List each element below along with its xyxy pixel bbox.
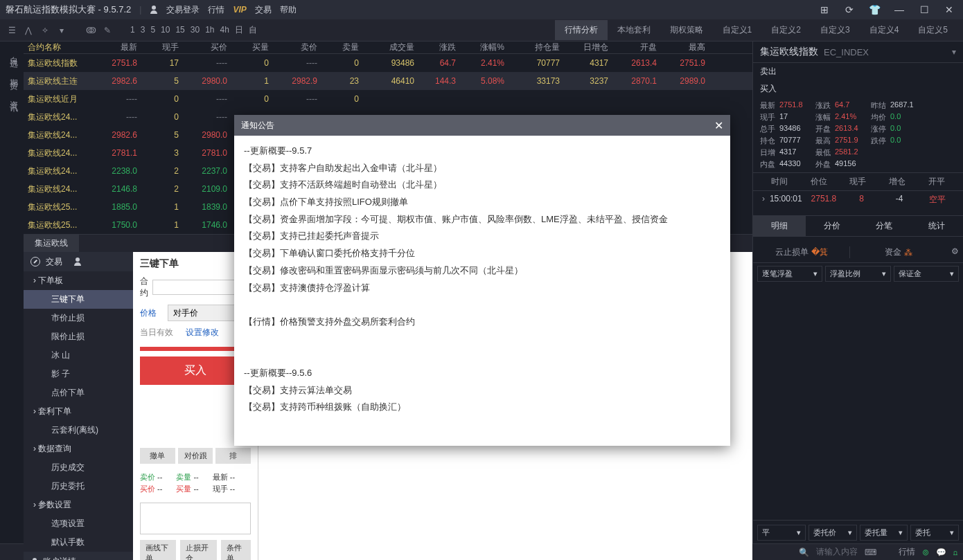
cloud-stop-tab[interactable]: 云止损单 — [775, 246, 809, 258]
column-header[interactable]: 合约名称 — [24, 42, 100, 53]
timeframe-1[interactable]: 1 — [127, 24, 138, 36]
form-button[interactable]: 撤单 — [140, 448, 175, 464]
search-icon[interactable]: 🔍 — [799, 548, 809, 557]
column-header[interactable]: 卖量 — [321, 42, 363, 53]
close-button[interactable]: ✕ — [941, 3, 957, 17]
form-button[interactable]: 对价跟 — [178, 448, 213, 464]
funds-tab[interactable]: 资金 — [885, 246, 901, 258]
navtab[interactable]: 自定义5 — [908, 20, 957, 40]
vtab[interactable]: 自选 — [0, 42, 24, 64]
line-button[interactable]: 条件单 — [221, 540, 251, 560]
tree-item[interactable]: 点价下单 — [24, 383, 133, 402]
detail-tab[interactable]: 统计 — [910, 216, 963, 236]
tree-item[interactable]: 限价止损 — [24, 327, 133, 346]
gear-icon[interactable]: ⚙ — [946, 246, 963, 258]
tree-item[interactable]: 三键下单 — [24, 290, 133, 309]
timeframe-10[interactable]: 10 — [158, 24, 173, 36]
refresh-icon[interactable]: ⟳ — [841, 3, 858, 17]
column-header[interactable]: 持仓量 — [509, 42, 564, 53]
chevron-down-icon[interactable]: ▾ — [55, 24, 68, 37]
person-icon[interactable] — [73, 258, 82, 266]
navtab[interactable]: 自定义3 — [811, 20, 860, 40]
detail-tab[interactable]: 分笔 — [858, 216, 911, 236]
column-header[interactable]: 最新 — [100, 42, 141, 53]
tree-group[interactable]: › 数据查询 — [24, 440, 133, 458]
timeframe-1h[interactable]: 1h — [202, 24, 217, 36]
layout-icon[interactable]: ⊞ — [816, 3, 833, 17]
grid-row[interactable]: 集运欧线指数2751.817----0----09348664.72.41%70… — [24, 54, 752, 72]
col-dropdown[interactable]: 委托▾ — [910, 525, 959, 541]
column-header[interactable]: 买量 — [231, 42, 273, 53]
column-header[interactable]: 涨跌 — [418, 42, 460, 53]
vtab[interactable]: 期货 — [0, 64, 24, 86]
dialog-header[interactable]: 通知公告 ✕ — [234, 115, 730, 136]
list-icon[interactable]: ☰ — [6, 24, 18, 37]
menu-help[interactable]: 帮助 — [280, 4, 297, 16]
detail-tab[interactable]: 明细 — [753, 216, 806, 236]
grid-row[interactable]: 集运欧线主连2982.652980.012982.92346410144.35.… — [24, 72, 752, 90]
detail-tab[interactable]: 分价 — [806, 216, 858, 236]
line-button[interactable]: 画线下单 — [140, 540, 176, 560]
column-header[interactable]: 开盘 — [612, 42, 661, 53]
col-dropdown[interactable]: 平▾ — [757, 525, 806, 541]
dialog-body[interactable]: --更新概要--9.5.7【交易】支持客户自助发起出入金申请（北斗星）【交易】支… — [234, 136, 730, 446]
chart-icon[interactable]: ⋀ — [22, 24, 35, 37]
tree-item[interactable]: 默认手数 — [24, 533, 133, 552]
pencil-icon[interactable]: ✎ — [101, 24, 114, 37]
minimize-button[interactable]: — — [891, 3, 908, 17]
status-input[interactable]: 请输入内容 — [816, 546, 858, 558]
filter-dropdown[interactable]: 逐笔浮盈▾ — [757, 266, 822, 282]
column-header[interactable]: 成交量 — [363, 42, 418, 53]
form-button[interactable]: 排 — [215, 448, 251, 464]
tree-item[interactable]: 云套利(离线) — [24, 421, 133, 440]
timeframe-30[interactable]: 30 — [188, 24, 202, 36]
account-details-button[interactable]: 账户详情 — [24, 552, 133, 560]
menu-quotes[interactable]: 行情 — [208, 4, 224, 16]
navtab[interactable]: 自定义1 — [713, 20, 762, 40]
settings-link[interactable]: 设置修改 — [186, 327, 219, 338]
navtab[interactable]: 本地套利 — [608, 20, 660, 40]
dialog-close-button[interactable]: ✕ — [714, 119, 723, 132]
timeframe-5[interactable]: 5 — [148, 24, 158, 36]
chevron-down-icon[interactable]: ▾ — [952, 47, 956, 57]
column-header[interactable]: 现手 — [141, 42, 183, 53]
col-dropdown[interactable]: 委托量▾ — [860, 525, 908, 541]
keyboard-icon[interactable]: ⌨ — [865, 548, 876, 557]
grid-tab[interactable]: 集运欧线 — [24, 235, 79, 252]
tree-item[interactable]: 冰 山 — [24, 346, 133, 365]
navtab[interactable]: 期权策略 — [660, 20, 713, 40]
filter-dropdown[interactable]: 保证金▾ — [894, 266, 959, 282]
tree-item[interactable]: 市价止损 — [24, 309, 133, 327]
tree-group[interactable]: › 参数设置 — [24, 496, 133, 514]
filter-dropdown[interactable]: 浮盈比例▾ — [825, 266, 890, 282]
timeframe-4h[interactable]: 4h — [218, 24, 232, 36]
timeframe-自[interactable]: 自 — [246, 24, 260, 36]
vtab[interactable]: 资讯 — [0, 86, 24, 108]
col-dropdown[interactable]: 委托价▾ — [809, 525, 857, 541]
column-header[interactable]: 买价 — [183, 42, 231, 53]
tree-group[interactable]: › 套利下单 — [24, 402, 133, 421]
column-header[interactable]: 涨幅% — [460, 42, 509, 53]
tree-group[interactable]: › 下单板 — [24, 271, 133, 290]
chat-icon[interactable]: 💬 — [936, 548, 946, 557]
column-header[interactable]: 卖价 — [273, 42, 321, 53]
line-button[interactable]: 止损开仓 — [180, 540, 216, 560]
note-input[interactable] — [140, 503, 251, 534]
navtab[interactable]: 行情分析 — [555, 20, 608, 40]
grid-row[interactable]: 集运欧线近月----0----0----0 — [24, 90, 752, 108]
timeframe-3[interactable]: 3 — [138, 24, 148, 36]
login-link[interactable]: 交易登录 — [166, 4, 200, 16]
column-header[interactable]: 最高 — [661, 42, 709, 53]
column-header[interactable]: 日增仓 — [564, 42, 612, 53]
shirt-icon[interactable]: 👕 — [866, 3, 883, 17]
timeframe-15[interactable]: 15 — [173, 24, 187, 36]
navtab[interactable]: 自定义2 — [761, 20, 811, 40]
candle-icon[interactable]: ↂ — [85, 24, 97, 37]
tree-item[interactable]: 历史委托 — [24, 477, 133, 496]
cross-icon[interactable]: ✧ — [39, 24, 51, 37]
tree-item[interactable]: 历史成交 — [24, 458, 133, 477]
navtab[interactable]: 自定义4 — [860, 20, 909, 40]
tree-item[interactable]: 选项设置 — [24, 514, 133, 533]
timeframe-日[interactable]: 日 — [232, 24, 246, 36]
menu-trade[interactable]: 交易 — [255, 4, 272, 16]
